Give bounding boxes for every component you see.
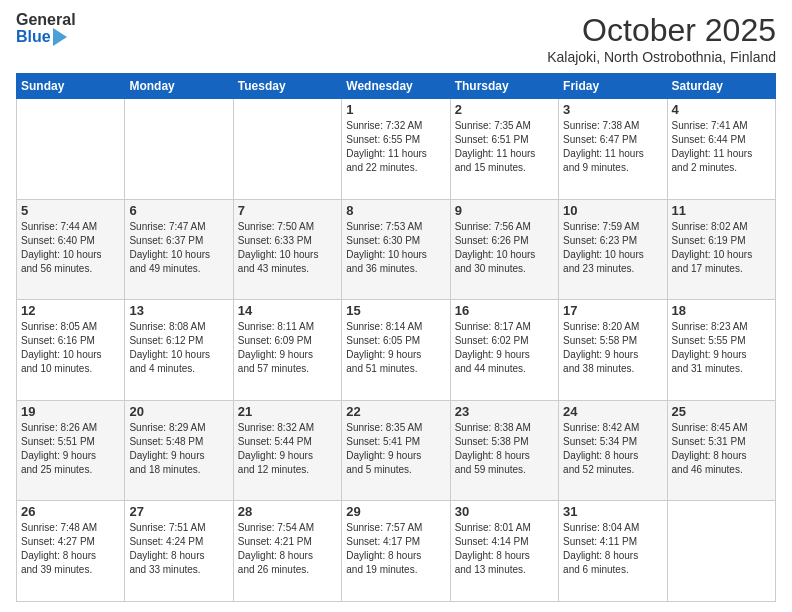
day-info: Sunrise: 8:14 AM Sunset: 6:05 PM Dayligh…	[346, 320, 445, 376]
table-row: 19Sunrise: 8:26 AM Sunset: 5:51 PM Dayli…	[17, 400, 125, 501]
logo-general-text: General	[16, 12, 76, 28]
table-row: 28Sunrise: 7:54 AM Sunset: 4:21 PM Dayli…	[233, 501, 341, 602]
table-row: 5Sunrise: 7:44 AM Sunset: 6:40 PM Daylig…	[17, 199, 125, 300]
day-number: 31	[563, 504, 662, 519]
day-info: Sunrise: 8:45 AM Sunset: 5:31 PM Dayligh…	[672, 421, 771, 477]
day-info: Sunrise: 8:29 AM Sunset: 5:48 PM Dayligh…	[129, 421, 228, 477]
table-row: 26Sunrise: 7:48 AM Sunset: 4:27 PM Dayli…	[17, 501, 125, 602]
table-row: 29Sunrise: 7:57 AM Sunset: 4:17 PM Dayli…	[342, 501, 450, 602]
day-info: Sunrise: 7:44 AM Sunset: 6:40 PM Dayligh…	[21, 220, 120, 276]
table-row: 18Sunrise: 8:23 AM Sunset: 5:55 PM Dayli…	[667, 300, 775, 401]
calendar-week-3: 12Sunrise: 8:05 AM Sunset: 6:16 PM Dayli…	[17, 300, 776, 401]
table-row: 12Sunrise: 8:05 AM Sunset: 6:16 PM Dayli…	[17, 300, 125, 401]
day-number: 5	[21, 203, 120, 218]
table-row: 11Sunrise: 8:02 AM Sunset: 6:19 PM Dayli…	[667, 199, 775, 300]
day-info: Sunrise: 8:17 AM Sunset: 6:02 PM Dayligh…	[455, 320, 554, 376]
day-info: Sunrise: 7:51 AM Sunset: 4:24 PM Dayligh…	[129, 521, 228, 577]
table-row: 8Sunrise: 7:53 AM Sunset: 6:30 PM Daylig…	[342, 199, 450, 300]
day-number: 29	[346, 504, 445, 519]
day-number: 8	[346, 203, 445, 218]
day-info: Sunrise: 8:42 AM Sunset: 5:34 PM Dayligh…	[563, 421, 662, 477]
table-row	[667, 501, 775, 602]
table-row	[17, 99, 125, 200]
day-info: Sunrise: 7:48 AM Sunset: 4:27 PM Dayligh…	[21, 521, 120, 577]
page-header: General Blue October 2025 Kalajoki, Nort…	[16, 12, 776, 65]
day-info: Sunrise: 8:20 AM Sunset: 5:58 PM Dayligh…	[563, 320, 662, 376]
day-number: 19	[21, 404, 120, 419]
logo-triangle-icon	[53, 28, 67, 46]
day-number: 4	[672, 102, 771, 117]
day-info: Sunrise: 7:57 AM Sunset: 4:17 PM Dayligh…	[346, 521, 445, 577]
table-row: 7Sunrise: 7:50 AM Sunset: 6:33 PM Daylig…	[233, 199, 341, 300]
col-thursday: Thursday	[450, 74, 558, 99]
day-number: 26	[21, 504, 120, 519]
table-row: 13Sunrise: 8:08 AM Sunset: 6:12 PM Dayli…	[125, 300, 233, 401]
table-row: 3Sunrise: 7:38 AM Sunset: 6:47 PM Daylig…	[559, 99, 667, 200]
table-row: 10Sunrise: 7:59 AM Sunset: 6:23 PM Dayli…	[559, 199, 667, 300]
day-number: 17	[563, 303, 662, 318]
day-number: 18	[672, 303, 771, 318]
table-row: 9Sunrise: 7:56 AM Sunset: 6:26 PM Daylig…	[450, 199, 558, 300]
day-number: 14	[238, 303, 337, 318]
table-row: 21Sunrise: 8:32 AM Sunset: 5:44 PM Dayli…	[233, 400, 341, 501]
day-info: Sunrise: 7:56 AM Sunset: 6:26 PM Dayligh…	[455, 220, 554, 276]
table-row: 25Sunrise: 8:45 AM Sunset: 5:31 PM Dayli…	[667, 400, 775, 501]
table-row: 31Sunrise: 8:04 AM Sunset: 4:11 PM Dayli…	[559, 501, 667, 602]
table-row: 2Sunrise: 7:35 AM Sunset: 6:51 PM Daylig…	[450, 99, 558, 200]
table-row: 6Sunrise: 7:47 AM Sunset: 6:37 PM Daylig…	[125, 199, 233, 300]
table-row: 22Sunrise: 8:35 AM Sunset: 5:41 PM Dayli…	[342, 400, 450, 501]
day-info: Sunrise: 8:05 AM Sunset: 6:16 PM Dayligh…	[21, 320, 120, 376]
day-number: 24	[563, 404, 662, 419]
day-info: Sunrise: 8:01 AM Sunset: 4:14 PM Dayligh…	[455, 521, 554, 577]
day-info: Sunrise: 7:53 AM Sunset: 6:30 PM Dayligh…	[346, 220, 445, 276]
calendar-week-5: 26Sunrise: 7:48 AM Sunset: 4:27 PM Dayli…	[17, 501, 776, 602]
calendar-week-4: 19Sunrise: 8:26 AM Sunset: 5:51 PM Dayli…	[17, 400, 776, 501]
day-number: 3	[563, 102, 662, 117]
day-number: 28	[238, 504, 337, 519]
day-info: Sunrise: 7:59 AM Sunset: 6:23 PM Dayligh…	[563, 220, 662, 276]
day-number: 6	[129, 203, 228, 218]
col-wednesday: Wednesday	[342, 74, 450, 99]
day-info: Sunrise: 8:11 AM Sunset: 6:09 PM Dayligh…	[238, 320, 337, 376]
day-number: 22	[346, 404, 445, 419]
day-info: Sunrise: 8:08 AM Sunset: 6:12 PM Dayligh…	[129, 320, 228, 376]
col-sunday: Sunday	[17, 74, 125, 99]
title-block: October 2025 Kalajoki, North Ostrobothni…	[547, 12, 776, 65]
day-info: Sunrise: 7:41 AM Sunset: 6:44 PM Dayligh…	[672, 119, 771, 175]
calendar-week-2: 5Sunrise: 7:44 AM Sunset: 6:40 PM Daylig…	[17, 199, 776, 300]
day-info: Sunrise: 8:38 AM Sunset: 5:38 PM Dayligh…	[455, 421, 554, 477]
day-info: Sunrise: 8:23 AM Sunset: 5:55 PM Dayligh…	[672, 320, 771, 376]
page-container: General Blue October 2025 Kalajoki, Nort…	[0, 0, 792, 612]
location-text: Kalajoki, North Ostrobothnia, Finland	[547, 49, 776, 65]
day-info: Sunrise: 8:35 AM Sunset: 5:41 PM Dayligh…	[346, 421, 445, 477]
day-number: 21	[238, 404, 337, 419]
table-row: 1Sunrise: 7:32 AM Sunset: 6:55 PM Daylig…	[342, 99, 450, 200]
day-number: 2	[455, 102, 554, 117]
table-row: 23Sunrise: 8:38 AM Sunset: 5:38 PM Dayli…	[450, 400, 558, 501]
day-info: Sunrise: 8:04 AM Sunset: 4:11 PM Dayligh…	[563, 521, 662, 577]
table-row: 20Sunrise: 8:29 AM Sunset: 5:48 PM Dayli…	[125, 400, 233, 501]
day-info: Sunrise: 8:26 AM Sunset: 5:51 PM Dayligh…	[21, 421, 120, 477]
day-info: Sunrise: 8:02 AM Sunset: 6:19 PM Dayligh…	[672, 220, 771, 276]
day-number: 23	[455, 404, 554, 419]
day-info: Sunrise: 7:47 AM Sunset: 6:37 PM Dayligh…	[129, 220, 228, 276]
day-number: 13	[129, 303, 228, 318]
day-number: 25	[672, 404, 771, 419]
table-row	[233, 99, 341, 200]
day-info: Sunrise: 8:32 AM Sunset: 5:44 PM Dayligh…	[238, 421, 337, 477]
table-row: 15Sunrise: 8:14 AM Sunset: 6:05 PM Dayli…	[342, 300, 450, 401]
table-row: 14Sunrise: 8:11 AM Sunset: 6:09 PM Dayli…	[233, 300, 341, 401]
day-number: 16	[455, 303, 554, 318]
day-number: 20	[129, 404, 228, 419]
calendar-table: Sunday Monday Tuesday Wednesday Thursday…	[16, 73, 776, 602]
table-row: 27Sunrise: 7:51 AM Sunset: 4:24 PM Dayli…	[125, 501, 233, 602]
day-number: 9	[455, 203, 554, 218]
day-info: Sunrise: 7:50 AM Sunset: 6:33 PM Dayligh…	[238, 220, 337, 276]
table-row: 16Sunrise: 8:17 AM Sunset: 6:02 PM Dayli…	[450, 300, 558, 401]
day-number: 30	[455, 504, 554, 519]
table-row: 24Sunrise: 8:42 AM Sunset: 5:34 PM Dayli…	[559, 400, 667, 501]
day-number: 12	[21, 303, 120, 318]
month-title: October 2025	[547, 12, 776, 49]
calendar-week-1: 1Sunrise: 7:32 AM Sunset: 6:55 PM Daylig…	[17, 99, 776, 200]
day-number: 1	[346, 102, 445, 117]
